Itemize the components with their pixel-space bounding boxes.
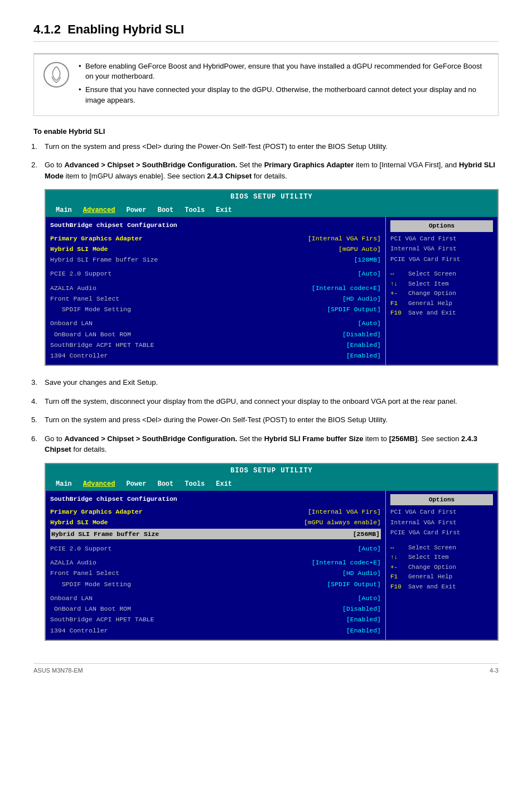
step-6: Go to Advanced > Chipset > SouthBridge C…	[45, 433, 499, 641]
bios2-nav-exit[interactable]: Exit	[210, 479, 238, 489]
bios1-nav: Main Advanced Power Boot Tools Exit	[46, 204, 497, 217]
bios2-option-internal: Internal VGA First	[390, 518, 493, 528]
step-2: Go to Advanced > Chipset > SouthBridge C…	[45, 160, 499, 366]
bios2-row-spdif: SPDIF Mode Setting [SPDIF Output]	[50, 579, 381, 589]
step-6-text: Go to Advanced > Chipset > SouthBridge C…	[45, 434, 477, 454]
bios1-row-primary: Primary Graphics Adapter [Internal VGA F…	[50, 234, 381, 243]
bios2-option-pcie: PCIE VGA Card First	[390, 528, 493, 538]
bios1-row-spdif: SPDIF Mode Setting [SPDIF Output]	[50, 305, 381, 314]
bios2-nav-power[interactable]: Power	[120, 479, 152, 489]
bios1-title: BIOS SETUP UTILITY	[46, 190, 497, 204]
bios2-help: ↔Select Screen ↑↓Select Item +-Change Op…	[390, 543, 493, 592]
bios2-nav-main[interactable]: Main	[50, 479, 78, 489]
step-1-text: Turn on the system and press <Del> durin…	[45, 142, 388, 151]
bios1-body: SouthBridge chipset Configuration Primar…	[46, 217, 497, 365]
bios2-row-primary: Primary Graphics Adapter [Internal VGA F…	[50, 507, 381, 516]
bios1-nav-exit[interactable]: Exit	[210, 205, 238, 215]
section-title: 4.1.2 Enabling Hybrid SLI	[33, 22, 499, 42]
bios1-main: SouthBridge chipset Configuration Primar…	[46, 217, 386, 365]
bios2-nav-tools[interactable]: Tools	[179, 479, 210, 489]
bios1-options-title: Options	[390, 220, 493, 232]
bios1-nav-advanced[interactable]: Advanced	[78, 205, 121, 215]
bios2-nav: Main Advanced Power Boot Tools Exit	[46, 477, 497, 491]
bios2-row-pcie: PCIE 2.0 Support [Auto]	[50, 544, 381, 553]
bios1-option-pcie: PCIE VGA Card First	[390, 255, 493, 264]
footer-left: ASUS M3N78-EM	[33, 667, 83, 674]
step-5: Turn on the system and press <Del> durin…	[45, 414, 499, 426]
bios2-option-pci: PCI VGA Card First	[390, 508, 493, 517]
step-4: Turn off the system, disconnect your dis…	[45, 396, 499, 407]
notice-bullet-2: Ensure that you have connected your disp…	[79, 85, 489, 105]
bios2-row-front-panel: Front Panel Select [HD Audio]	[50, 568, 381, 578]
bios1-row-onboard-lan: Onboard LAN [Auto]	[50, 318, 381, 328]
bios2-row-1394: 1394 Controller [Enabled]	[50, 626, 381, 635]
bios1-nav-main[interactable]: Main	[50, 205, 78, 215]
bios2-nav-boot[interactable]: Boot	[152, 479, 179, 489]
step-4-text: Turn off the system, disconnect your dis…	[45, 397, 457, 405]
bios1-nav-power[interactable]: Power	[120, 205, 152, 215]
notice-icon	[43, 61, 70, 88]
bios1-option-pci: PCI VGA Card First	[390, 234, 493, 244]
step-1: Turn on the system and press <Del> durin…	[45, 141, 499, 152]
bios1-container: BIOS SETUP UTILITY Main Advanced Power B…	[45, 189, 499, 366]
bios1-row-lan-boot: OnBoard LAN Boot ROM [Disabled]	[50, 330, 381, 339]
bios1-row-hybrid-sli-mode: Hybrid SLI Mode [mGPU Auto]	[50, 244, 381, 254]
bios1-option-internal: Internal VGA First	[390, 244, 493, 254]
bios2-container: BIOS SETUP UTILITY Main Advanced Power B…	[45, 463, 499, 641]
bios1-row-frame-buffer: Hybrid SLI Frame buffer Size [128MB]	[50, 255, 381, 264]
footer-right: 4-3	[490, 667, 499, 674]
bios2-row-azalia: AZALIA Audio [Internal codec+E]	[50, 558, 381, 567]
bios1-nav-boot[interactable]: Boot	[152, 205, 179, 215]
bios2-row-acpi: SouthBridge ACPI HPET TABLE [Enabled]	[50, 615, 381, 624]
step-3: Save your changes and Exit Setup.	[45, 377, 499, 388]
bios2-main: SouthBridge chipset Configuration Primar…	[46, 491, 386, 640]
notice-box: Before enabling GeForce Boost and Hybrid…	[33, 53, 499, 116]
bios1-row-pcie: PCIE 2.0 Support [Auto]	[50, 269, 381, 278]
steps: Turn on the system and press <Del> durin…	[33, 141, 499, 641]
bios2-options-title: Options	[390, 494, 493, 506]
bios1-row-1394: 1394 Controller [Enabled]	[50, 351, 381, 360]
bios1-nav-tools[interactable]: Tools	[179, 205, 210, 215]
subheading: To enable Hybrid SLI	[33, 127, 499, 136]
bios2-section-title: SouthBridge chipset Configuration	[50, 494, 381, 504]
bios2-body: SouthBridge chipset Configuration Primar…	[46, 491, 497, 640]
notice-bullet-1: Before enabling GeForce Boost and Hybrid…	[79, 61, 489, 81]
bios1-row-front-panel: Front Panel Select [HD Audio]	[50, 294, 381, 303]
bios1-row-azalia: AZALIA Audio [Internal codec+E]	[50, 283, 381, 293]
bios2-title: BIOS SETUP UTILITY	[46, 464, 497, 477]
bios2-nav-advanced[interactable]: Advanced	[78, 479, 121, 489]
bios1-help: ↔Select Screen ↑↓Select Item +-Change Op…	[390, 269, 493, 318]
step-2-text: Go to Advanced > Chipset > SouthBridge C…	[45, 161, 495, 180]
step-5-text: Turn on the system and press <Del> durin…	[45, 416, 388, 424]
step-3-text: Save your changes and Exit Setup.	[45, 378, 158, 386]
bios1-section-title: SouthBridge chipset Configuration	[50, 220, 381, 230]
bios2-row-lan-boot: OnBoard LAN Boot ROM [Disabled]	[50, 604, 381, 613]
footer: ASUS M3N78-EM 4-3	[33, 663, 499, 674]
bios2-row-hybrid-sli-mode: Hybrid SLI Mode [mGPU always enable]	[50, 518, 381, 527]
bios1-sidebar: Options PCI VGA Card First Internal VGA …	[386, 217, 497, 365]
bios1-row-acpi: SouthBridge ACPI HPET TABLE [Enabled]	[50, 340, 381, 350]
bios2-row-frame-buffer: Hybrid SLI Frame buffer Size [256MB]	[50, 529, 381, 539]
bios2-sidebar: Options PCI VGA Card First Internal VGA …	[386, 491, 497, 640]
notice-content: Before enabling GeForce Boost and Hybrid…	[79, 61, 489, 109]
svg-point-0	[44, 62, 69, 87]
bios2-row-onboard-lan: Onboard LAN [Auto]	[50, 593, 381, 603]
